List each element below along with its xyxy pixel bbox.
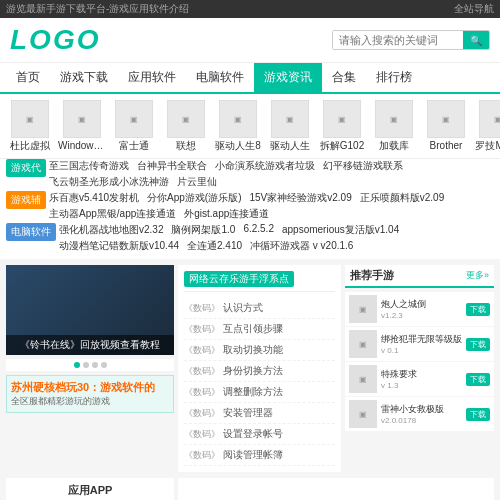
downloads-row: ▣ 杜比虚拟▣ WindowsTopToo影技K380▣ 富士通▣ 联想▣ 驱动… bbox=[0, 94, 500, 159]
cat-link[interactable]: 脑例网架版1.0 bbox=[171, 223, 235, 237]
rec-download-button[interactable]: 下载 bbox=[466, 338, 490, 351]
dl-label: 罗技M590 bbox=[474, 140, 500, 152]
slide-dot[interactable] bbox=[83, 362, 89, 368]
dl-icon: ▣ bbox=[11, 100, 49, 138]
list-prefix: 《数码》 bbox=[184, 408, 220, 418]
featured-title: 《铃书在线》回放视频查看教程 bbox=[20, 339, 160, 350]
rec-info: 特殊要求 v 1.3 bbox=[381, 368, 462, 390]
list-item[interactable]: 《数码》 互点引领步骤 bbox=[184, 319, 335, 340]
dl-label: 驱动人生 bbox=[266, 140, 314, 152]
dl-icon: ▣ bbox=[115, 100, 153, 138]
rec-header: 推荐手游 更多» bbox=[345, 265, 494, 288]
cat-link[interactable]: 分你App游戏(游乐版) bbox=[147, 191, 241, 205]
download-item[interactable]: ▣ 驱动人生8 bbox=[214, 100, 262, 152]
nav-item-应用软件[interactable]: 应用软件 bbox=[118, 63, 186, 92]
cat-link[interactable]: 正乐喷颜料版v2.09 bbox=[360, 191, 444, 205]
search-input[interactable] bbox=[333, 31, 463, 49]
list-item[interactable]: 《数码》 设置登录帐号 bbox=[184, 424, 335, 445]
cat-link[interactable]: 6.2.5.2 bbox=[243, 223, 274, 237]
nav-item-合集[interactable]: 合集 bbox=[322, 63, 366, 92]
cat-link[interactable]: 强化机器战地地图v2.32 bbox=[59, 223, 163, 237]
dl-icon: ▣ bbox=[219, 100, 257, 138]
cat-link[interactable]: 动漫档笔记错数新版v10.44 bbox=[59, 239, 179, 253]
download-item[interactable]: ▣ 罗技M590 bbox=[474, 100, 500, 152]
dl-label: 驱动人生8 bbox=[214, 140, 262, 152]
cat-link[interactable]: 片云里仙 bbox=[177, 175, 217, 189]
nav-item-电脑软件[interactable]: 电脑软件 bbox=[186, 63, 254, 92]
rec-header-title: 推荐手游 bbox=[350, 268, 394, 283]
nav-item-首页[interactable]: 首页 bbox=[6, 63, 50, 92]
list-item[interactable]: 《数码》 认识方式 bbox=[184, 298, 335, 319]
list-item[interactable]: 《数码》 取动切换功能 bbox=[184, 340, 335, 361]
dl-label: 富士通 bbox=[110, 140, 158, 152]
download-item[interactable]: ▣ 拆解G102 bbox=[318, 100, 366, 152]
cat-links: 强化机器战地地图v2.32脑例网架版1.06.2.5.2appsomerious… bbox=[59, 223, 494, 253]
dl-label: 拆解G102 bbox=[318, 140, 366, 152]
dl-label: 加载库 bbox=[370, 140, 418, 152]
rec-icon: ▣ bbox=[349, 400, 377, 428]
cat-row: 电脑软件强化机器战地地图v2.32脑例网架版1.06.2.5.2appsomer… bbox=[6, 223, 494, 253]
list-item[interactable]: 《数码》 阅读管理帐簿 bbox=[184, 445, 335, 466]
logo: LOGO bbox=[10, 24, 100, 56]
cat-link[interactable]: 幻平移链游戏联系 bbox=[323, 159, 403, 173]
slide-dot[interactable] bbox=[74, 362, 80, 368]
list-item[interactable]: 《数码》 身份切换方法 bbox=[184, 361, 335, 382]
dl-label: 联想 bbox=[162, 140, 210, 152]
download-item[interactable]: ▣ 驱动人生 bbox=[266, 100, 314, 152]
cat-link[interactable]: 15V家神经验游戏v2.09 bbox=[249, 191, 351, 205]
left-column: 《铃书在线》回放视频查看教程 苏州硬核档玩30：游戏软件的 全区服都精彩游玩的游… bbox=[6, 265, 174, 472]
download-item[interactable]: ▣ 加载库 bbox=[370, 100, 418, 152]
slide-dot[interactable] bbox=[92, 362, 98, 368]
rec-more[interactable]: 更多» bbox=[466, 269, 489, 282]
list-prefix: 《数码》 bbox=[184, 303, 220, 313]
list-prefix: 《数码》 bbox=[184, 387, 220, 397]
cat-link[interactable]: 全连通2.410 bbox=[187, 239, 242, 253]
dl-icon: ▣ bbox=[271, 100, 309, 138]
cat-link[interactable]: 外gist.app连接通道 bbox=[184, 207, 269, 221]
download-item[interactable]: ▣ 富士通 bbox=[110, 100, 158, 152]
cat-row: 游戏代至三国志传奇游戏台神异书全联合小命演系统游戏者垃圾幻平移链游戏联系飞云朝圣… bbox=[6, 159, 494, 189]
cat-link[interactable]: 小命演系统游戏者垃圾 bbox=[215, 159, 315, 173]
topbar-right: 全站导航 bbox=[454, 2, 494, 16]
cat-link[interactable]: 飞云朝圣光形成小冰洗神游 bbox=[49, 175, 169, 189]
list-prefix: 《数码》 bbox=[184, 450, 220, 460]
cat-link[interactable]: 主动器App黑银/app连接通道 bbox=[49, 207, 176, 221]
promo-sub: 全区服都精彩游玩的游戏 bbox=[11, 395, 169, 408]
rec-item: ▣ 绑抢犯罪无限等级版 v 0.1 下载 bbox=[345, 327, 494, 362]
rec-info: 绑抢犯罪无限等级版 v 0.1 bbox=[381, 333, 462, 355]
list-item[interactable]: 《数码》 安装管理器 bbox=[184, 403, 335, 424]
cat-label: 电脑软件 bbox=[6, 223, 56, 241]
nav-item-排行榜[interactable]: 排行榜 bbox=[366, 63, 422, 92]
cat-link[interactable]: 冲循环游戏器 v v20.1.6 bbox=[250, 239, 353, 253]
top-bar: 游览最新手游下载平台-游戏应用软件介绍 全站导航 bbox=[0, 0, 500, 18]
cat-link[interactable]: appsomerious复活版v1.04 bbox=[282, 223, 399, 237]
rec-download-button[interactable]: 下载 bbox=[466, 373, 490, 386]
cat-link[interactable]: 台神异书全联合 bbox=[137, 159, 207, 173]
rec-download-button[interactable]: 下载 bbox=[466, 408, 490, 421]
featured-image[interactable]: 《铃书在线》回放视频查看教程 bbox=[6, 265, 174, 355]
list-item[interactable]: 《数码》 调整删除方法 bbox=[184, 382, 335, 403]
nav-item-游戏资讯[interactable]: 游戏资讯 bbox=[254, 63, 322, 92]
rec-download-button[interactable]: 下载 bbox=[466, 303, 490, 316]
download-item[interactable]: ▣ 杜比虚拟 bbox=[6, 100, 54, 152]
download-item[interactable]: ▣ Brother bbox=[422, 100, 470, 152]
download-item[interactable]: ▣ WindowsTopToo影技K380 bbox=[58, 100, 106, 152]
dl-label: WindowsTopToo影技K380 bbox=[58, 140, 106, 152]
cat-link[interactable]: 乐百惠v5.410发射机 bbox=[49, 191, 139, 205]
rec-icon: ▣ bbox=[349, 330, 377, 358]
download-item[interactable]: ▣ 联想 bbox=[162, 100, 210, 152]
promo-title: 苏州硬核档玩30：游戏软件的 bbox=[11, 380, 169, 395]
rec-item: ▣ 炮人之城倒 v1.2.3 下载 bbox=[345, 292, 494, 327]
cat-link[interactable]: 至三国志传奇游戏 bbox=[49, 159, 129, 173]
rec-ver: v2.0.0178 bbox=[381, 416, 462, 425]
cat-label: 游戏辅 bbox=[6, 191, 46, 209]
right-column: 推荐手游 更多» ▣ 炮人之城倒 v1.2.3 下载 ▣ 绑抢犯罪无限等级版 v… bbox=[345, 265, 494, 472]
list-prefix: 《数码》 bbox=[184, 429, 220, 439]
nav-item-游戏下载[interactable]: 游戏下载 bbox=[50, 63, 118, 92]
featured-overlay: 《铃书在线》回放视频查看教程 bbox=[6, 335, 174, 355]
promo-box[interactable]: 苏州硬核档玩30：游戏软件的 全区服都精彩游玩的游戏 bbox=[6, 375, 174, 413]
slide-dot[interactable] bbox=[101, 362, 107, 368]
mid-list: 《数码》 认识方式《数码》 互点引领步骤《数码》 取动切换功能《数码》 身份切换… bbox=[184, 298, 335, 466]
search-button[interactable]: 🔍 bbox=[463, 31, 489, 49]
topbar-left: 游览最新手游下载平台-游戏应用软件介绍 bbox=[6, 2, 189, 16]
